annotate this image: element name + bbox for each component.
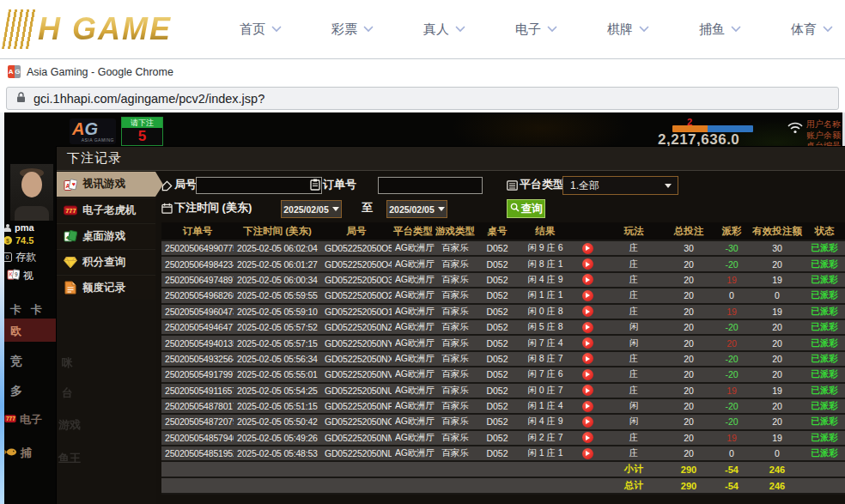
total-bet: 20 bbox=[665, 275, 713, 285]
valid-bet: 30 bbox=[751, 243, 804, 253]
chevron-down-icon bbox=[823, 26, 833, 33]
sidebar-item-cards[interactable]: A♥视讯游戏 bbox=[57, 172, 155, 197]
platform-list-icon bbox=[507, 179, 518, 194]
play-replay-button[interactable] bbox=[582, 416, 593, 428]
bet-time: 2025-02-05 05:50:42 bbox=[234, 416, 321, 427]
game-type: 百家乐 bbox=[435, 432, 476, 444]
sidebar-item-slot[interactable]: 777电子老虎机 bbox=[57, 197, 155, 222]
lobby-cat-4[interactable]: 多 bbox=[10, 384, 22, 399]
cards-icon: K9 bbox=[7, 268, 20, 284]
play-replay-button[interactable] bbox=[582, 306, 593, 317]
chevron-down-icon bbox=[547, 26, 557, 33]
platform: AG欧洲厅 bbox=[392, 432, 435, 444]
nav-item-6[interactable]: 捕鱼 bbox=[699, 21, 741, 38]
lobby-cat-1[interactable]: 卡卡 bbox=[10, 302, 52, 318]
wifi-icon bbox=[787, 121, 804, 137]
game-type: 百家乐 bbox=[435, 416, 476, 428]
status-paid: 已派彩 bbox=[804, 337, 845, 349]
lobby-video-tab[interactable]: K9 视 bbox=[7, 268, 33, 284]
play-replay-button[interactable] bbox=[582, 258, 593, 270]
search-button[interactable]: 查询 bbox=[507, 199, 545, 218]
platform-select[interactable]: 1.全部 bbox=[562, 176, 678, 195]
table-row: 2502050549401352025-02-05 05:57:15GD0522… bbox=[161, 336, 845, 351]
result: 闲 5 庄 8 bbox=[519, 321, 572, 333]
round-id: GD052252050NU bbox=[321, 386, 392, 396]
play-type: 庄 bbox=[603, 242, 665, 254]
play-replay-button[interactable] bbox=[582, 369, 593, 380]
payout: -20 bbox=[713, 354, 751, 364]
valid-bet: 19 bbox=[751, 433, 804, 443]
result: 闲 9 庄 6 bbox=[519, 242, 572, 254]
nav-item-5[interactable]: 棋牌 bbox=[607, 21, 649, 38]
play-type: 闲 bbox=[603, 337, 665, 349]
play-type: 闲 bbox=[603, 321, 665, 333]
nav-item-1[interactable]: 首页 bbox=[240, 21, 282, 38]
play-replay-button[interactable] bbox=[582, 274, 593, 285]
play-replay-button[interactable] bbox=[582, 448, 593, 459]
screen: H GAME 首页彩票真人电子棋牌捕鱼体育 AG Asia Gaming - G… bbox=[0, 0, 845, 504]
logo-bars-icon bbox=[2, 9, 38, 49]
lobby-fish-item[interactable]: 捕 bbox=[4, 446, 32, 461]
replay-cell bbox=[572, 385, 603, 396]
order-number: 250205054917997 bbox=[161, 369, 234, 380]
site-logo[interactable]: H GAME bbox=[5, 9, 172, 49]
round-input[interactable] bbox=[196, 177, 322, 194]
table-total-amount: 2,217,636.0 bbox=[658, 131, 739, 149]
play-replay-button[interactable] bbox=[582, 385, 593, 396]
replay-cell bbox=[572, 448, 603, 459]
result: 闲 4 庄 9 bbox=[519, 274, 572, 286]
address-bar[interactable]: gci.1hhapi.com/agingame/pcv2/index.jsp? bbox=[6, 87, 839, 110]
play-replay-button[interactable] bbox=[582, 353, 593, 364]
play-replay-button[interactable] bbox=[582, 322, 593, 333]
column-header: 游戏类型 bbox=[435, 225, 476, 238]
nav-item-2[interactable]: 彩票 bbox=[331, 21, 374, 38]
replay-cell bbox=[572, 322, 603, 333]
order-number: 250205064974897 bbox=[161, 275, 234, 285]
sidebar-item-tablegame[interactable]: ♣桌面游戏 bbox=[57, 223, 155, 248]
nav-item-label: 真人 bbox=[423, 21, 449, 38]
table-row: 2502050549464772025-02-05 05:57:52GD0522… bbox=[161, 320, 845, 336]
date-to-picker[interactable]: 2025/02/05 bbox=[386, 200, 447, 218]
round-id: GD052252050NO bbox=[321, 416, 392, 427]
play-replay-button[interactable] bbox=[582, 290, 593, 301]
bet-records-modal: 下注记录 A♥视讯游戏777电子老虎机♣桌面游戏积分查询额度记录 局号 订单号 … bbox=[57, 147, 845, 504]
sidebar-item-label: 积分查询 bbox=[82, 255, 125, 270]
nav-item-4[interactable]: 电子 bbox=[515, 21, 557, 38]
order-number: 250205064990775 bbox=[161, 243, 234, 253]
column-header: 总投注 bbox=[665, 225, 713, 238]
ag-logo-g: G bbox=[84, 119, 98, 138]
nav-item-7[interactable]: 体育 bbox=[791, 21, 833, 38]
payout: 19 bbox=[713, 275, 751, 285]
table-number: D052 bbox=[476, 386, 519, 396]
play-replay-button[interactable] bbox=[582, 337, 593, 349]
caret-down-icon bbox=[438, 207, 445, 211]
table-row: 2502050548579402025-02-05 05:49:26GD0522… bbox=[161, 431, 845, 446]
game-type: 百家乐 bbox=[435, 274, 476, 286]
sidebar-item-gem[interactable]: 积分查询 bbox=[57, 249, 155, 274]
sidebar-item-doc[interactable]: 额度记录 bbox=[57, 275, 155, 300]
summary-valid: 246 bbox=[751, 465, 804, 475]
game-type: 百家乐 bbox=[435, 400, 476, 412]
svg-text:♣: ♣ bbox=[66, 234, 70, 240]
clipboard-icon bbox=[310, 179, 320, 194]
status-paid: 已派彩 bbox=[804, 416, 845, 428]
date-from-picker[interactable]: 2025/02/05 bbox=[281, 200, 342, 218]
main-nav: 首页彩票真人电子棋牌捕鱼体育 bbox=[240, 21, 833, 38]
gem-icon bbox=[64, 255, 77, 269]
play-replay-button[interactable] bbox=[582, 432, 593, 443]
play-replay-button[interactable] bbox=[582, 243, 593, 254]
play-replay-button[interactable] bbox=[582, 401, 593, 412]
lobby-cat-2-band[interactable]: 欧 bbox=[0, 319, 57, 342]
lobby-cat-3[interactable]: 竞 bbox=[10, 354, 22, 369]
replay-cell bbox=[572, 337, 603, 349]
order-input[interactable] bbox=[378, 177, 483, 194]
order-number: 250205054878017 bbox=[161, 401, 234, 411]
valid-bet: 20 bbox=[751, 259, 804, 270]
bet-time: 2025-02-05 06:02:04 bbox=[234, 243, 321, 253]
valid-bet: 0 bbox=[751, 290, 804, 301]
deposit-button[interactable]: 0 存款 bbox=[3, 250, 36, 264]
play-type: 闲 bbox=[603, 416, 665, 428]
ag-favicon: AG bbox=[8, 65, 21, 78]
nav-item-3[interactable]: 真人 bbox=[423, 21, 465, 38]
lobby-slot-item[interactable]: 777 电子 bbox=[4, 412, 42, 428]
